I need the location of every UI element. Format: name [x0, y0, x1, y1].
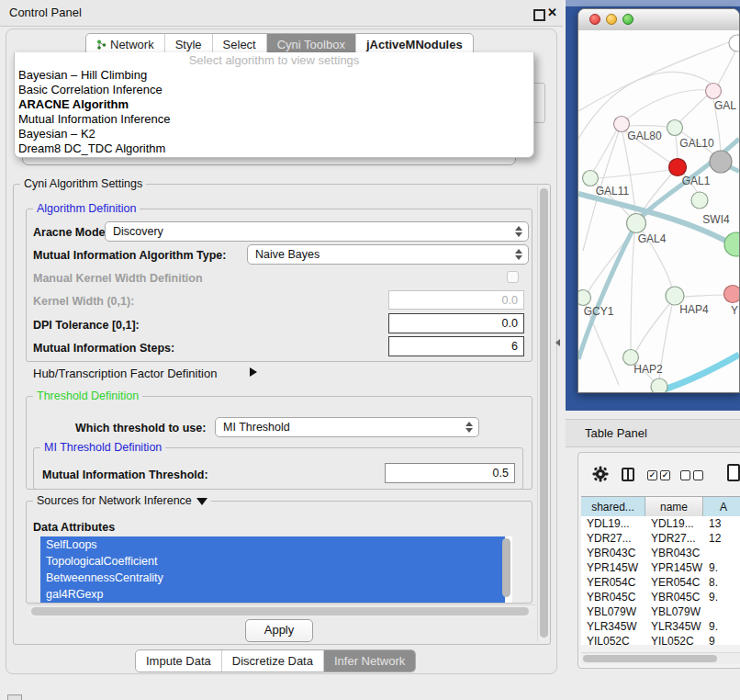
mi-type-value: Naive Bayes: [255, 248, 320, 261]
node-bottom[interactable]: [651, 378, 667, 392]
node-unlabeled[interactable]: [729, 35, 739, 51]
settings-hscrollbar[interactable]: [28, 604, 536, 617]
cell: [703, 546, 740, 560]
tab-discretize-data-label: Discretize Data: [232, 650, 313, 672]
node-y[interactable]: [724, 286, 740, 303]
table-row[interactable]: YER054C YER054C 8.: [581, 575, 740, 590]
list-vscrollbar-thumb[interactable]: [502, 538, 510, 597]
node-mid[interactable]: [691, 192, 708, 209]
float-window-icon[interactable]: [533, 9, 545, 21]
table-panel-titlebar: Table Panel: [566, 419, 740, 447]
node-gray[interactable]: [710, 151, 732, 173]
tab-discretize-data[interactable]: Discretize Data: [221, 650, 323, 672]
document-icon[interactable]: [727, 464, 740, 481]
sources-title[interactable]: Sources for Network Inference: [33, 494, 211, 507]
checked-checkbox-icon[interactable]: ✓: [647, 470, 657, 480]
manual-kernel-checkbox[interactable]: [507, 271, 519, 283]
expand-arrow-icon[interactable]: [250, 367, 257, 377]
node-gal4[interactable]: [627, 214, 646, 233]
table-settings-gear-icon[interactable]: [592, 466, 609, 486]
unchecked-checkbox-icon[interactable]: [680, 470, 690, 480]
table-row[interactable]: YDL19... YDL19... 13: [581, 516, 740, 531]
column-header-name[interactable]: name: [645, 497, 703, 517]
table-row[interactable]: YLR345W YLR345W 9.: [581, 619, 740, 634]
node-gcy1[interactable]: [578, 290, 591, 306]
cell: 13: [703, 516, 740, 531]
cell: YIL052C: [581, 634, 645, 645]
table-row[interactable]: YBR043C YBR043C: [581, 546, 740, 560]
table-row[interactable]: YIL052C YIL052C 9: [581, 634, 740, 645]
table-hscrollbar[interactable]: [581, 652, 740, 664]
bottom-tabbar: Impute Data Discretize Data Infer Networ…: [135, 649, 416, 672]
sources-title-text: Sources for Network Inference: [37, 494, 192, 507]
settings-hscrollbar-thumb[interactable]: [31, 607, 529, 615]
collapsed-panel-button[interactable]: [7, 694, 22, 700]
hub-definition-label[interactable]: Hub/Transcription Factor Definition: [33, 367, 217, 380]
close-icon[interactable]: ✕: [547, 6, 557, 20]
dropdown-item[interactable]: Basic Correlation Inference: [15, 83, 533, 97]
table-panel-title: Table Panel: [585, 420, 647, 446]
cell: YPR145W: [645, 560, 703, 575]
kernel-width-label: Kernel Width (0,1):: [33, 295, 134, 308]
network-thick-edges: [578, 139, 739, 392]
zoom-traffic-light[interactable]: [622, 14, 633, 25]
cell: YER054C: [645, 575, 703, 590]
dropdown-item[interactable]: Dream8 DC_TDC Algorithm: [15, 141, 533, 156]
list-item[interactable]: SelfLoops: [40, 536, 505, 553]
cell: 9.: [703, 590, 740, 604]
settings-vscrollbar-thumb[interactable]: [540, 188, 548, 638]
column-header-partial[interactable]: A: [703, 497, 740, 517]
node-gal1[interactable]: [669, 159, 687, 176]
node-swi4[interactable]: [724, 232, 739, 256]
node-gal11[interactable]: [583, 171, 599, 186]
column-header-shared[interactable]: shared...: [581, 497, 645, 517]
combo-arrows-icon: [515, 226, 522, 237]
kernel-width-field: 0.0: [388, 290, 524, 310]
which-threshold-select[interactable]: MI Threshold: [215, 417, 479, 437]
apply-button[interactable]: Apply: [245, 619, 313, 642]
splitter-handle[interactable]: [555, 339, 560, 346]
tab-infer-network[interactable]: Infer Network: [323, 650, 415, 672]
node-label-gal4: GAL4: [638, 232, 667, 245]
network-canvas[interactable]: GAL GAL80 GAL10 GAL1 GAL11 SWI4 GAL4 GCY…: [578, 30, 739, 392]
table-row[interactable]: YBL079W YBL079W: [581, 604, 740, 619]
tab-impute-data[interactable]: Impute Data: [136, 650, 221, 672]
node-label-gal11: GAL11: [596, 185, 630, 198]
network-desktop-top-band: [566, 0, 740, 6]
dpi-tolerance-field[interactable]: 0.0: [388, 313, 524, 333]
table-row[interactable]: YBR045C YBR045C 9.: [581, 590, 740, 604]
list-item[interactable]: BetweennessCentrality: [40, 570, 505, 586]
node-label-gal1: GAL1: [682, 175, 711, 187]
list-item[interactable]: gal4RGexp: [40, 586, 505, 603]
mi-steps-field[interactable]: 6: [388, 336, 524, 356]
checked-checkbox-icon[interactable]: ✓: [660, 470, 670, 480]
table-row[interactable]: YPR145W YPR145W 9.: [581, 560, 740, 575]
settings-vscrollbar[interactable]: [537, 186, 550, 641]
node-gal10[interactable]: [667, 120, 683, 136]
network-icon: [96, 40, 107, 50]
close-traffic-light[interactable]: [589, 14, 600, 25]
node-hap4[interactable]: [666, 287, 684, 305]
mi-type-label: Mutual Information Algorithm Type:: [33, 249, 226, 262]
network-window-titlebar[interactable]: [578, 9, 739, 31]
node-gal[interactable]: [706, 84, 722, 99]
cell: [703, 604, 740, 619]
table-row[interactable]: YDR27... YDR27... 12: [581, 531, 740, 546]
aracne-mode-select[interactable]: Discovery: [105, 221, 529, 242]
list-item[interactable]: TopologicalCoefficient: [40, 553, 505, 570]
dropdown-item[interactable]: Bayesian – Hill Climbing: [15, 68, 533, 83]
dropdown-item[interactable]: Bayesian – K2: [15, 127, 533, 141]
mi-threshold-field[interactable]: 0.5: [385, 463, 515, 483]
minimize-traffic-light[interactable]: [606, 14, 617, 25]
columns-icon[interactable]: [622, 468, 634, 481]
dropdown-item-selected[interactable]: ARACNE Algorithm: [15, 97, 533, 112]
node-label-hap2: HAP2: [633, 363, 663, 376]
network-view-window[interactable]: GAL GAL80 GAL10 GAL1 GAL11 SWI4 GAL4 GCY…: [577, 8, 740, 393]
mi-threshold-label: Mutual Information Threshold:: [42, 469, 208, 481]
dropdown-item[interactable]: Mutual Information Inference: [15, 112, 533, 127]
mi-type-select[interactable]: Naive Bayes: [247, 244, 529, 265]
table-hscrollbar-thumb[interactable]: [583, 655, 717, 662]
unchecked-checkbox-icon[interactable]: [693, 470, 703, 480]
cell: YLR345W: [645, 619, 703, 634]
combo-arrows-icon: [465, 422, 473, 433]
